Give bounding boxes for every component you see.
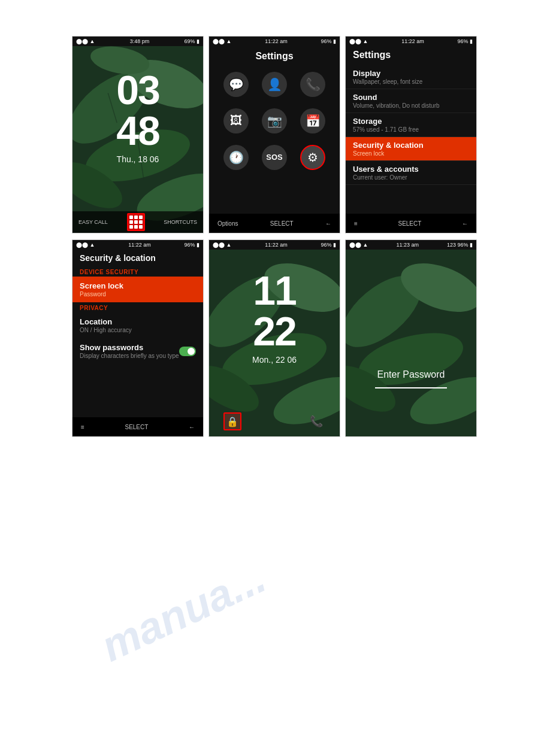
camera-icon: 📷: [262, 108, 287, 133]
icon-settings[interactable]: ⚙: [295, 141, 330, 174]
icon-clock[interactable]: 🕐: [219, 141, 253, 174]
bottom-nav-4: ≡ SELECT ←: [72, 417, 203, 436]
status-left-2: ⬤⬤ ▲: [213, 38, 231, 44]
location-sub: ON / High accuracy: [80, 327, 196, 333]
location-title: Location: [80, 317, 196, 326]
time-hour-1: 03: [72, 69, 203, 110]
display-sub: Wallpaper, sleep, font size: [353, 78, 469, 85]
menu-item-storage[interactable]: Storage 57% used - 1.71 GB free: [346, 113, 476, 137]
time-display-1: 03 48 Thu., 18 06: [72, 69, 203, 164]
screen-lock-title: Screen lock: [80, 281, 196, 290]
time-min-5: 22: [209, 311, 340, 351]
show-pw-sub: Display characters briefly as you type: [80, 353, 179, 359]
bottom-icons-5: 🔒 📞: [209, 412, 340, 430]
icon-gallery[interactable]: 🖼: [219, 104, 253, 137]
status-right-1: 69% ▮: [184, 38, 200, 44]
phone-icon: 📞: [300, 72, 325, 97]
screen5-lockscreen2: ⬤⬤ ▲ 11:22 am 96% ▮ 11 22 Mon., 22 06 🔒 …: [208, 239, 340, 437]
grid-button[interactable]: [127, 213, 145, 231]
time-min-1: 48: [72, 110, 203, 151]
status-bar-5: ⬤⬤ ▲ 11:22 am 96% ▮: [209, 240, 340, 250]
menu-icon-3[interactable]: ≡: [354, 220, 358, 227]
status-bar-1: ⬤⬤ ▲ 3:48 pm 69% ▮: [72, 37, 203, 46]
back-label-2[interactable]: ←: [325, 220, 331, 227]
icon-messages[interactable]: 💬: [219, 68, 253, 101]
icon-calendar[interactable]: 📅: [295, 104, 330, 137]
menu-item-display[interactable]: Display Wallpaper, sleep, font size: [346, 65, 476, 89]
status-right-6: 123 96% ▮: [447, 242, 473, 248]
sound-sub: Volume, vibration, Do not disturb: [353, 102, 469, 109]
select-label-4[interactable]: SELECT: [125, 424, 148, 430]
security-title: Security & location: [353, 141, 469, 150]
shortcuts-label: SHORTCUTS: [164, 219, 197, 225]
phone-call-button[interactable]: 📞: [307, 412, 325, 430]
status-bar-2: ⬤⬤ ▲ 11:22 am 96% ▮: [209, 37, 340, 46]
grid-icon: [129, 215, 143, 229]
menu-item-sound[interactable]: Sound Volume, vibration, Do not disturb: [346, 89, 476, 113]
status-left-5: ⬤⬤ ▲: [213, 242, 231, 248]
screen2-settings-menu: ⬤⬤ ▲ 11:22 am 96% ▮ Settings 💬 👤 📞 🖼: [208, 36, 340, 233]
status-right-3: 96% ▮: [457, 38, 473, 44]
menu-item-security[interactable]: Security & location Screen lock: [346, 137, 476, 161]
password-input-line[interactable]: [375, 387, 447, 388]
status-bar-6: ⬤⬤ ▲ 11:23 am 123 96% ▮: [346, 240, 476, 250]
settings-gear-icon: ⚙: [300, 145, 325, 170]
screen4-security: ⬤⬤ ▲ 11:22 am 96% ▮ Security & location …: [72, 239, 204, 437]
easy-call-label: EASY CALL: [78, 219, 108, 225]
icon-sos[interactable]: SOS: [257, 141, 292, 174]
watermark: manua...: [93, 552, 273, 671]
show-passwords-item[interactable]: Show passwords Display characters briefl…: [72, 338, 203, 364]
status-left-4: ⬤⬤ ▲: [76, 242, 95, 248]
screen6-password: ⬤⬤ ▲ 11:23 am 123 96% ▮ Enter Password: [345, 239, 477, 437]
status-time-6: 11:23 am: [396, 242, 419, 248]
icon-phone[interactable]: 📞: [295, 68, 330, 101]
screen-lock-item[interactable]: Screen lock Password: [72, 277, 203, 302]
status-right-2: 96% ▮: [321, 38, 336, 44]
screen1-lockscreen: ⬤⬤ ▲ 3:48 pm 69% ▮ 03 48 Thu., 18 06 EAS…: [72, 36, 204, 233]
sound-title: Sound: [353, 93, 469, 102]
status-time-4: 11:22 am: [128, 242, 151, 248]
select-label-3[interactable]: SELECT: [398, 220, 421, 227]
show-pw-toggle[interactable]: [179, 347, 196, 356]
icon-grid-2: 💬 👤 📞 🖼 📷 📅 🕐: [209, 68, 340, 174]
options-label-2[interactable]: Options: [217, 220, 238, 227]
lock-button[interactable]: 🔒: [223, 412, 241, 430]
lock-icon: 🔒: [226, 416, 238, 427]
status-time-2: 11:22 am: [265, 38, 288, 44]
settings-title-3: Settings: [346, 46, 476, 65]
calendar-icon: 📅: [300, 108, 325, 133]
date-5: Mon., 22 06: [209, 355, 340, 365]
show-pw-title: Show passwords: [80, 343, 179, 352]
settings-title-2: Settings: [209, 46, 340, 68]
back-label-3[interactable]: ←: [462, 220, 468, 227]
status-left-3: ⬤⬤ ▲: [349, 38, 368, 44]
status-left-1: ⬤⬤ ▲: [76, 38, 95, 44]
device-security-label: DEVICE SECURITY: [72, 266, 203, 277]
icon-contacts[interactable]: 👤: [257, 68, 292, 101]
date-1: Thu., 18 06: [72, 154, 203, 164]
bottom-nav-2: Options SELECT ←: [209, 214, 340, 233]
show-pw-toggle-row: Show passwords Display characters briefl…: [80, 343, 196, 359]
select-label-2[interactable]: SELECT: [270, 220, 294, 227]
screens-grid: ⬤⬤ ▲ 3:48 pm 69% ▮ 03 48 Thu., 18 06 EAS…: [0, 0, 535, 437]
status-bar-4: ⬤⬤ ▲ 11:22 am 96% ▮: [72, 240, 203, 250]
time-hour-5: 11: [209, 270, 340, 311]
contacts-icon: 👤: [262, 72, 287, 97]
clock-icon: 🕐: [223, 145, 249, 170]
status-time-3: 11:22 am: [401, 38, 424, 44]
security-sub: Screen lock: [353, 150, 469, 157]
menu-icon-4[interactable]: ≡: [81, 424, 84, 430]
enter-password-area: Enter Password: [346, 369, 476, 388]
users-title: Users & accounts: [353, 165, 469, 174]
screen-lock-sub: Password: [80, 291, 196, 297]
back-label-4[interactable]: ←: [189, 424, 195, 430]
menu-item-users[interactable]: Users & accounts Current user: Owner: [346, 161, 476, 185]
location-item[interactable]: Location ON / High accuracy: [72, 312, 203, 338]
status-bar-3: ⬤⬤ ▲ 11:22 am 96% ▮: [346, 37, 476, 46]
status-time-1: 3:48 pm: [130, 38, 150, 44]
status-time-5: 11:22 am: [265, 242, 288, 248]
show-pw-text: Show passwords Display characters briefl…: [80, 343, 179, 359]
icon-camera[interactable]: 📷: [257, 104, 292, 137]
screen3-settings-list: ⬤⬤ ▲ 11:22 am 96% ▮ Settings Display Wal…: [345, 36, 477, 233]
bottom-nav-3: ≡ SELECT ←: [346, 214, 476, 233]
